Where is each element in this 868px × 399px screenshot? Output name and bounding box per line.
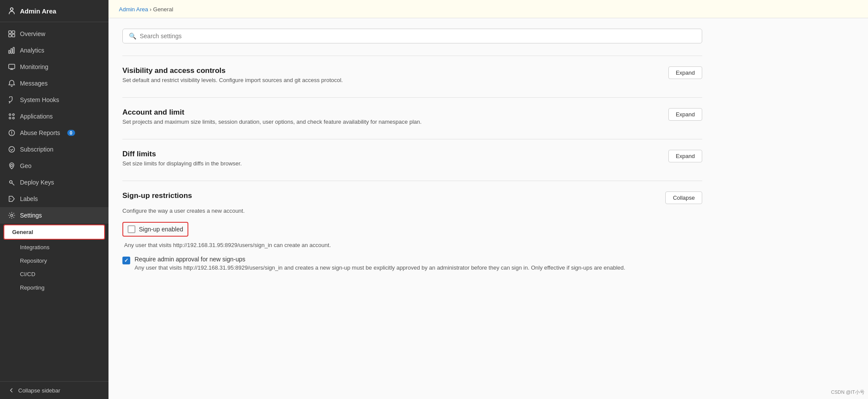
breadcrumb-parent[interactable]: Admin Area — [119, 6, 148, 13]
sidebar-item-label: Abuse Reports — [20, 129, 60, 136]
key-icon — [8, 178, 16, 186]
svg-rect-6 — [11, 49, 12, 53]
search-bar-wrap: 🔍 — [122, 29, 702, 43]
svg-point-10 — [13, 114, 14, 115]
hook-icon — [8, 96, 16, 104]
sidebar-item-applications[interactable]: Applications — [0, 108, 108, 125]
section-account-title: Account and limit — [122, 108, 421, 117]
svg-point-14 — [9, 147, 15, 152]
require-admin-desc: Any user that visits http://192.168.31.9… — [135, 264, 625, 272]
watermark: CSDN @IT小号 — [831, 389, 865, 396]
sidebar-item-label: Geo — [20, 162, 31, 169]
section-signup-title: Sign-up restrictions — [122, 191, 192, 200]
sidebar-item-labels[interactable]: Labels — [0, 191, 108, 207]
svg-rect-5 — [9, 50, 10, 53]
sidebar-item-label: Subscription — [20, 146, 53, 153]
sidebar: Admin Area Overview Analytics Monitoring — [0, 0, 108, 399]
sidebar-subitem-integrations[interactable]: Integrations — [0, 241, 108, 254]
sidebar-item-system-hooks[interactable]: System Hooks — [0, 92, 108, 108]
abuse-reports-badge: 0 — [67, 130, 75, 136]
svg-point-12 — [13, 117, 14, 119]
sidebar-item-overview[interactable]: Overview — [0, 26, 108, 42]
sidebar-nav: Overview Analytics Monitoring Messages — [0, 22, 108, 381]
section-visibility-desc: Set default and restrict visibility leve… — [122, 77, 343, 83]
svg-rect-2 — [12, 31, 15, 33]
collapse-sidebar-button[interactable]: Collapse sidebar — [0, 381, 108, 399]
sidebar-item-analytics[interactable]: Analytics — [0, 42, 108, 59]
section-visibility-header: Visibility and access controls Set defau… — [122, 66, 702, 83]
section-signup: Sign-up restrictions Collapse Configure … — [122, 181, 702, 288]
sidebar-item-abuse-reports[interactable]: Abuse Reports 0 — [0, 125, 108, 141]
account-expand-button[interactable]: Expand — [668, 108, 702, 121]
section-diff-desc: Set size limits for displaying diffs in … — [122, 160, 242, 167]
sidebar-subitem-repository[interactable]: Repository — [0, 254, 108, 267]
section-signup-header: Sign-up restrictions Collapse — [122, 191, 702, 204]
breadcrumb: Admin Area › General — [108, 3, 868, 18]
sidebar-item-label: Settings — [20, 212, 42, 219]
sidebar-item-geo[interactable]: Geo — [0, 158, 108, 174]
sidebar-subitem-label: General — [12, 229, 33, 235]
section-visibility-text: Visibility and access controls Set defau… — [122, 66, 343, 83]
sidebar-title: Admin Area — [20, 7, 56, 15]
grid-icon — [8, 30, 16, 38]
sidebar-subitem-reporting[interactable]: Reporting — [0, 281, 108, 294]
section-diff-text: Diff limits Set size limits for displayi… — [122, 150, 242, 167]
sidebar-subitem-general[interactable]: General — [3, 224, 105, 240]
sidebar-item-label: System Hooks — [20, 96, 59, 103]
svg-point-0 — [10, 8, 13, 10]
breadcrumb-current: General — [153, 6, 173, 13]
main-content: Admin Area › General 🔍 Visibility and ac… — [108, 0, 868, 399]
sidebar-subitem-label: Reporting — [20, 284, 44, 291]
geo-icon — [8, 162, 16, 170]
section-diff: Diff limits Set size limits for displayi… — [122, 139, 702, 181]
bell-icon — [8, 79, 16, 87]
require-admin-text: Require admin approval for new sign-ups … — [135, 256, 625, 272]
sidebar-item-label: Analytics — [20, 47, 44, 54]
signup-enabled-desc: Any user that visits http://192.168.31.9… — [122, 241, 702, 250]
sidebar-subitem-cicd[interactable]: CI/CD — [0, 267, 108, 281]
svg-rect-7 — [13, 47, 14, 53]
section-visibility: Visibility and access controls Set defau… — [122, 56, 702, 97]
sidebar-header: Admin Area — [0, 0, 108, 22]
chart-icon — [8, 46, 16, 54]
sidebar-subitem-label: Integrations — [20, 244, 49, 251]
signup-collapse-button[interactable]: Collapse — [665, 191, 702, 204]
section-account: Account and limit Set projects and maxim… — [122, 97, 702, 139]
require-admin-checkbox[interactable] — [122, 257, 130, 264]
breadcrumb-separator: › — [150, 6, 153, 13]
svg-point-11 — [9, 117, 11, 119]
abuse-icon — [8, 129, 16, 137]
svg-rect-8 — [9, 64, 15, 69]
label-icon — [8, 195, 16, 203]
monitor-icon — [8, 63, 16, 71]
sidebar-item-subscription[interactable]: Subscription — [0, 141, 108, 158]
svg-rect-4 — [12, 34, 15, 37]
sidebar-item-settings[interactable]: Settings — [0, 207, 108, 224]
section-signup-text: Sign-up restrictions — [122, 191, 192, 200]
subscription-icon — [8, 145, 16, 153]
require-admin-checkbox-wrap — [122, 257, 130, 264]
svg-rect-3 — [9, 34, 11, 37]
section-account-text: Account and limit Set projects and maxim… — [122, 108, 421, 125]
gear-icon — [8, 211, 16, 219]
require-admin-approval-wrap: Require admin approval for new sign-ups … — [122, 256, 702, 272]
visibility-expand-button[interactable]: Expand — [668, 66, 702, 79]
sidebar-item-messages[interactable]: Messages — [0, 75, 108, 92]
content-area: 🔍 Visibility and access controls Set def… — [108, 18, 716, 299]
sidebar-item-label: Overview — [20, 30, 45, 37]
chevron-left-icon — [8, 387, 15, 394]
sidebar-item-label: Deploy Keys — [20, 179, 54, 186]
sidebar-subitem-label: CI/CD — [20, 271, 35, 277]
section-visibility-title: Visibility and access controls — [122, 66, 343, 75]
section-diff-title: Diff limits — [122, 150, 242, 158]
signup-enabled-highlight: Sign-up enabled — [122, 222, 188, 237]
diff-expand-button[interactable]: Expand — [668, 150, 702, 162]
signup-enabled-checkbox[interactable] — [128, 225, 135, 233]
search-input[interactable] — [140, 33, 696, 40]
sidebar-item-monitoring[interactable]: Monitoring — [0, 59, 108, 75]
sidebar-item-label: Monitoring — [20, 63, 48, 70]
section-diff-header: Diff limits Set size limits for displayi… — [122, 150, 702, 167]
sidebar-item-deploy-keys[interactable]: Deploy Keys — [0, 174, 108, 191]
admin-area-icon — [8, 7, 16, 15]
require-admin-label: Require admin approval for new sign-ups — [135, 256, 625, 263]
